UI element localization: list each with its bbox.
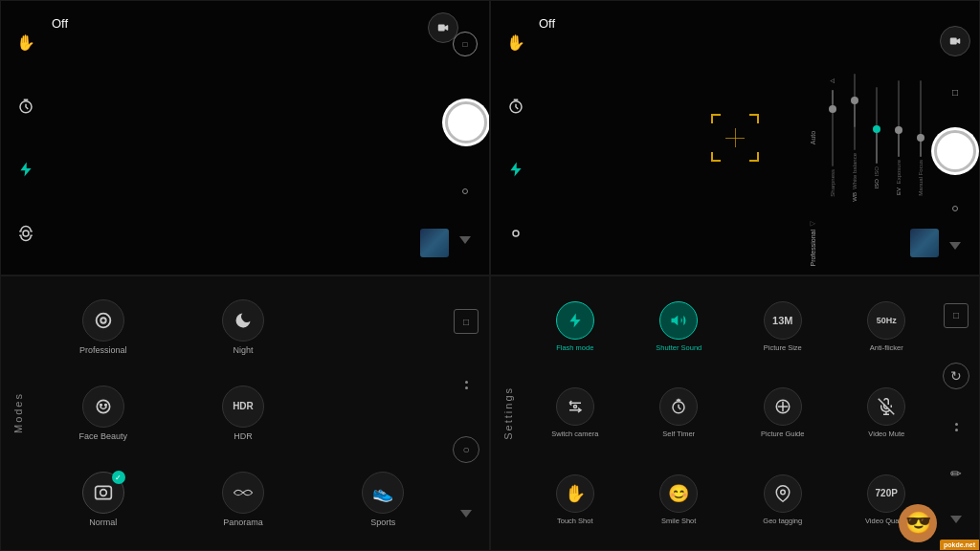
gallery-thumbnail-pro[interactable] (910, 229, 939, 257)
mode-item-panorama[interactable]: Panorama (222, 472, 264, 527)
setting-icon-picture-size[interactable]: 13M (764, 301, 802, 340)
setting-icon-flash-mode[interactable] (556, 301, 594, 340)
setting-icon-shutter-sound[interactable] (659, 301, 698, 340)
mode-icon-normal[interactable]: ✓ (82, 472, 124, 514)
shutter-button-pro[interactable] (931, 127, 979, 175)
iso-slider-group[interactable]: ISO ISO (874, 9, 880, 267)
reticle-corner-bl (711, 152, 721, 162)
ev-slider-group[interactable]: Exposure EV (896, 9, 902, 267)
mode-item-hdr[interactable]: HDR HDR (222, 386, 264, 441)
aspect-ratio-modes[interactable]: □ (454, 309, 479, 334)
mode-icon-professional[interactable] (82, 299, 124, 342)
wb-slider-group[interactable]: White balance WB (852, 9, 858, 267)
mode-icon-panorama[interactable] (222, 472, 264, 514)
setting-icon-switch-camera[interactable] (556, 387, 594, 426)
setting-icon-geo-tagging[interactable] (764, 474, 802, 513)
settings-sidebar: Settings (491, 276, 525, 550)
sharpness-slider-group[interactable]: ▷ Sharpness (829, 9, 835, 267)
mode-label-sports: Sports (370, 518, 395, 527)
setting-item-video-mute[interactable]: Video Mute (867, 387, 905, 438)
setting-item-switch-camera[interactable]: Switch camera (551, 387, 598, 438)
modes-label: Modes (12, 392, 24, 433)
setting-label-shutter-sound: Shutter Sound (656, 343, 702, 352)
more-options[interactable] (465, 381, 468, 389)
dot2 (465, 386, 468, 389)
camera-switch-icon-pro[interactable] (502, 220, 529, 247)
setting-item-self-timer[interactable]: Self Timer (659, 387, 698, 438)
aspect-ratio-button[interactable]: □ (453, 32, 478, 56)
iso-slider-track[interactable] (876, 87, 878, 164)
setting-icon-video-quality[interactable]: 720P (867, 474, 905, 513)
setting-item-shutter-sound[interactable]: Shutter Sound (656, 301, 702, 352)
timer-icon-pro[interactable] (502, 93, 529, 120)
aspect-ratio-button-pro[interactable]: □ (952, 87, 958, 98)
mode-label-hdr: HDR (234, 431, 253, 441)
wb-slider-track[interactable] (854, 74, 856, 150)
sharpness-slider-track[interactable] (832, 90, 834, 166)
hand-gesture-icon-pro[interactable]: ✋ (502, 29, 529, 55)
flash-off-label: Off (52, 16, 68, 31)
iso-thumb[interactable] (873, 125, 880, 133)
iso-sublabel: ISO (874, 179, 880, 188)
shutter-button[interactable] (442, 99, 490, 146)
setting-icon-touch-shot[interactable]: ✋ (556, 474, 594, 513)
svg-point-10 (100, 490, 106, 496)
svg-rect-9 (95, 487, 111, 499)
mf-slider-track[interactable] (920, 80, 922, 157)
setting-item-picture-size[interactable]: 13M Picture Size (764, 301, 802, 352)
ev-thumb[interactable] (895, 126, 902, 134)
wb-thumb[interactable] (851, 97, 858, 104)
setting-item-touch-shot[interactable]: ✋ Touch Shot (556, 474, 594, 525)
setting-item-flash-mode[interactable]: Flash mode (556, 301, 594, 352)
pencil-button[interactable]: ✏ (950, 466, 962, 481)
aspect-ratio-settings[interactable]: □ (944, 303, 969, 328)
video-button-pro[interactable] (940, 26, 970, 56)
setting-icon-anti-flicker[interactable]: 50Hz (867, 301, 905, 340)
mf-thumb[interactable] (917, 134, 924, 142)
camera-switch-icon[interactable] (12, 220, 39, 247)
mode-item-normal[interactable]: ✓ Normal (82, 472, 124, 527)
hand-gesture-icon[interactable]: ✋ (12, 29, 39, 55)
flash-auto-icon[interactable] (12, 156, 39, 183)
mode-icon-face-beauty[interactable] (82, 386, 124, 428)
mode-icon-sports[interactable]: 👟 (362, 472, 404, 514)
gallery-thumbnail[interactable] (420, 229, 449, 257)
sharpness-thumb[interactable] (829, 105, 836, 113)
setting-label-switch-camera: Switch camera (551, 430, 598, 438)
circle-btn-modes[interactable]: ○ (453, 436, 479, 463)
mode-item-professional[interactable]: Professional (79, 299, 127, 355)
setting-label-self-timer: Self Timer (662, 430, 695, 438)
mode-icon-night[interactable] (222, 299, 264, 342)
ev-label: Exposure (896, 160, 902, 184)
modes-grid: Professional Night Face Beau (35, 286, 451, 540)
mode-label-normal: Normal (89, 518, 117, 527)
setting-icon-self-timer[interactable] (659, 387, 698, 426)
mode-icon-hdr[interactable]: HDR (222, 386, 264, 428)
setting-item-smile-shot[interactable]: 😊 Smile Shot (659, 474, 698, 525)
setting-icon-smile-shot[interactable]: 😊 (659, 474, 698, 513)
setting-label-geo-tagging: Geo tagging (763, 517, 802, 525)
setting-item-picture-guide[interactable]: Picture Guide (761, 387, 804, 438)
setting-item-geo-tagging[interactable]: Geo tagging (763, 474, 802, 525)
modes-right-controls: □ ○ (448, 276, 484, 550)
refresh-button[interactable]: ↻ (943, 363, 969, 389)
timer-icon[interactable] (12, 93, 39, 120)
reticle-corner-tl (711, 114, 721, 123)
more-options-settings[interactable] (955, 423, 958, 431)
flash-auto-icon-pro[interactable] (502, 156, 529, 183)
dot-s1 (955, 423, 958, 426)
reticle-crosshair-v (735, 128, 736, 147)
setting-icon-picture-guide[interactable] (764, 387, 802, 426)
ev-slider-track[interactable] (898, 80, 900, 157)
camera-left-controls: ✋ Off (9, 1, 43, 275)
auto-label: Auto (810, 131, 816, 144)
mode-item-night[interactable]: Night (222, 299, 264, 355)
setting-item-anti-flicker[interactable]: 50Hz Anti-flicker (867, 301, 905, 352)
wb-sublabel: WB (852, 192, 858, 202)
svg-point-8 (104, 404, 106, 406)
mode-item-sports[interactable]: 👟 Sports (362, 472, 404, 527)
setting-icon-video-mute[interactable] (867, 387, 905, 426)
mode-item-face-beauty[interactable]: Face Beauty (78, 386, 127, 441)
scroll-down-settings (950, 516, 962, 523)
scroll-down-indicator (459, 236, 471, 244)
